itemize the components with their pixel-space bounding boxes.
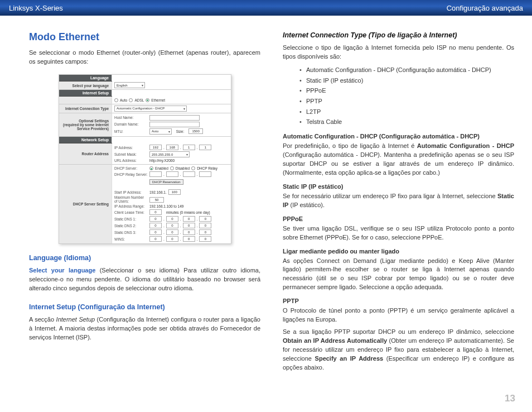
ip-4[interactable]: 1	[199, 145, 211, 150]
list-item: Telstra Cable	[299, 117, 514, 127]
dhcp-reservation-button[interactable]: DHCP Reservation	[149, 179, 183, 185]
list-item: PPTP	[299, 96, 514, 107]
pptp-subhead: PPTP	[283, 298, 514, 304]
ict-intro: Seleccione o tipo de ligação à Internet …	[283, 44, 514, 61]
mtu-size-input[interactable]: 1500	[188, 128, 203, 134]
static-ip-subhead: Static IP (IP estático)	[283, 183, 514, 190]
header-left: Linksys X-Series	[9, 4, 63, 12]
internet-setup-heading: Internet Setup (Configuração da Internet…	[29, 303, 260, 311]
connect-para: As opções Connect on Demand (Ligar media…	[283, 257, 514, 293]
mode-ethernet-radio[interactable]	[146, 98, 149, 102]
mode-auto-radio[interactable]	[114, 98, 118, 102]
auto-dhcp-subhead: Automatic Configuration - DHCP (Configur…	[283, 133, 514, 140]
static-ip-para: Se for necessário utilizar um endereço I…	[283, 192, 514, 210]
pptp-para-1: O Protocolo de túnel ponto a ponto (PPTP…	[283, 306, 514, 324]
dhcp-enabled-radio[interactable]	[149, 166, 153, 170]
ict-label: Internet Connection Type	[59, 104, 112, 113]
host-input[interactable]	[149, 115, 200, 121]
router-addr-label: Router Address	[59, 143, 112, 165]
ip-1[interactable]: 192	[149, 145, 162, 150]
panel-select-language-label: Select your language	[59, 81, 112, 90]
language-heading: Language (Idioma)	[29, 254, 260, 262]
header-bar: Linksys X-Series Configuração avançada	[0, 0, 532, 16]
internet-setup-paragraph: A secção Internet Setup (Configuração da…	[29, 315, 260, 342]
language-paragraph: Select your language (Seleccionar o seu …	[29, 266, 260, 293]
auto-dhcp-para: Por predefinição, o tipo de ligação à In…	[283, 142, 514, 178]
panel-internet-setup-header: Internet Setup	[59, 90, 112, 97]
dhcp-relay-radio[interactable]	[191, 166, 195, 170]
dhcp-setting-label: DHCP Server Setting	[59, 165, 112, 243]
ip-2[interactable]: 168	[166, 145, 178, 150]
intro-paragraph: Se seleccionar o modo Ethernet (router-o…	[29, 49, 260, 66]
pppoe-subhead: PPPoE	[283, 215, 514, 222]
mtu-select[interactable]: Auto	[149, 128, 172, 135]
modo-ethernet-heading: Modo Ethernet	[29, 31, 260, 43]
subnet-select[interactable]: 255.255.255.0	[149, 151, 190, 157]
ict-select[interactable]: Automatic Configuration - DHCP	[114, 106, 187, 112]
ict-heading: Internet Connection Type (Tipo de ligaçã…	[283, 31, 514, 39]
mode-adsl-radio[interactable]	[129, 98, 133, 102]
domain-input[interactable]	[149, 122, 200, 127]
router-config-screenshot: Language Select your language English In…	[59, 74, 231, 245]
lease-input[interactable]: 0	[149, 209, 162, 215]
left-column: Modo Ethernet Se seleccionar o modo Ethe…	[29, 31, 260, 376]
start-ip-last[interactable]: 100	[168, 189, 181, 195]
dhcp-disabled-radio[interactable]	[170, 166, 174, 170]
pppoe-para: Se tiver uma ligação DSL, verifique se o…	[283, 224, 514, 242]
page-number: 13	[505, 393, 515, 404]
list-item: L2TP	[299, 107, 514, 117]
max-users-input[interactable]: 50	[149, 197, 164, 203]
connect-subhead: Ligar mediante pedido ou manter ligado	[283, 248, 514, 255]
pptp-para-2: Se a sua ligação PPTP suportar DHCP ou u…	[283, 328, 514, 372]
optional-settings-label: Optional Settings (required by some Inte…	[59, 113, 112, 137]
panel-language-header: Language	[59, 75, 112, 82]
ip-3[interactable]: 1	[183, 145, 195, 150]
right-column: Internet Connection Type (Tipo de ligaçã…	[283, 31, 514, 376]
panel-network-setup-header: Network Setup	[59, 137, 112, 143]
list-item: Static IP (IP estático)	[299, 75, 514, 86]
connection-types-list: Automatic Configuration - DHCP (Configur…	[299, 65, 514, 127]
header-right: Configuração avançada	[447, 4, 523, 12]
language-select[interactable]: English	[114, 82, 145, 88]
list-item: PPPoE	[299, 85, 514, 96]
list-item: Automatic Configuration - DHCP (Configur…	[299, 65, 514, 75]
